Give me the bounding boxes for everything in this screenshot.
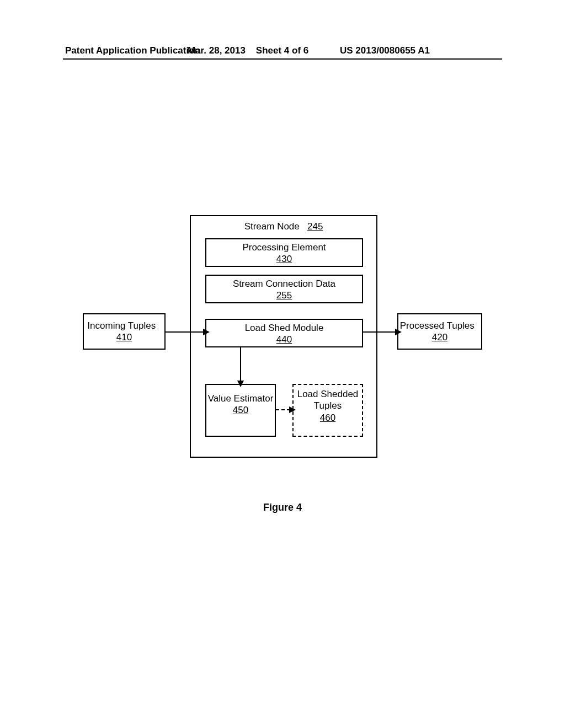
processing-element-box: Processing Element 430 bbox=[205, 238, 363, 267]
load-shed-module-label: Load Shed Module bbox=[245, 323, 324, 333]
header-right: US 2013/0080655 A1 bbox=[340, 45, 430, 56]
arrowhead-right-icon bbox=[289, 406, 296, 413]
load-shed-module-ref: 440 bbox=[276, 334, 292, 345]
incoming-tuples-label: Incoming Tuples bbox=[87, 320, 156, 331]
header-rule bbox=[63, 58, 502, 60]
processed-tuples-ref: 420 bbox=[432, 332, 447, 342]
header-sheet: Sheet 4 of 6 bbox=[256, 45, 308, 56]
header-left: Patent Application Publication bbox=[65, 45, 200, 56]
header-date: Mar. 28, 2013 bbox=[188, 45, 246, 56]
incoming-tuples-box: Incoming Tuples 410 bbox=[83, 313, 166, 350]
value-estimator-box: Value Estimator 450 bbox=[205, 384, 276, 437]
arrow-shaft-dashed bbox=[276, 409, 290, 410]
arrowhead-right-icon bbox=[203, 329, 210, 335]
incoming-tuples-ref: 410 bbox=[116, 332, 132, 342]
arrow-shaft bbox=[240, 347, 241, 382]
value-estimator-ref: 450 bbox=[233, 405, 248, 415]
load-shed-module-box: Load Shed Module 440 bbox=[205, 319, 363, 347]
stream-node-ref: 245 bbox=[307, 221, 323, 232]
processing-element-label: Processing Element bbox=[242, 242, 326, 253]
page: Patent Application Publication Mar. 28, … bbox=[0, 0, 565, 728]
arrow-shaft bbox=[166, 331, 204, 333]
processed-tuples-label: Processed Tuples bbox=[400, 320, 475, 331]
arrowhead-down-icon bbox=[237, 381, 244, 387]
load-shedded-tuples-ref: 460 bbox=[320, 413, 335, 423]
stream-connection-data-label: Stream Connection Data bbox=[233, 279, 335, 289]
diagram: Stream Node 245 Processing Element 430 S… bbox=[83, 215, 482, 480]
stream-connection-data-box: Stream Connection Data 255 bbox=[205, 275, 363, 303]
arrow-shaft bbox=[363, 331, 396, 333]
processing-element-ref: 430 bbox=[276, 254, 292, 264]
header-mid: Mar. 28, 2013 Sheet 4 of 6 bbox=[188, 45, 308, 56]
load-shedded-tuples-box: Load Shedded Tuples 460 bbox=[292, 384, 363, 437]
stream-node-label: Stream Node bbox=[244, 221, 300, 232]
figure-caption: Figure 4 bbox=[0, 502, 565, 513]
processed-tuples-box: Processed Tuples 420 bbox=[397, 313, 482, 350]
value-estimator-label: Value Estimator bbox=[208, 393, 274, 404]
arrowhead-right-icon bbox=[395, 329, 402, 335]
stream-connection-data-ref: 255 bbox=[276, 290, 292, 301]
load-shedded-tuples-label: Load Shedded Tuples bbox=[297, 389, 359, 411]
